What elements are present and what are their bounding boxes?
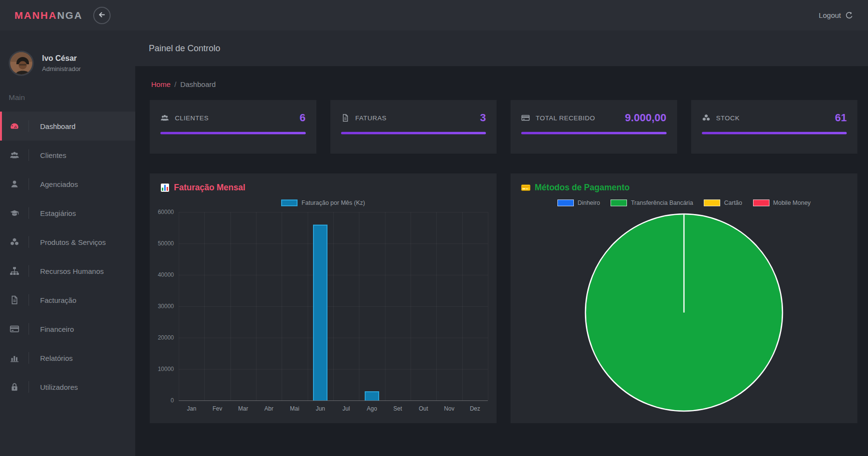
stat-value: 9.000,00 xyxy=(625,112,667,124)
accent-bar xyxy=(341,132,486,134)
breadcrumb-current: Dashboard xyxy=(180,80,215,88)
legend-label: Cartão xyxy=(724,200,742,206)
topbar: MANHANGA Logout xyxy=(0,0,868,30)
user-role: Administrador xyxy=(42,65,81,72)
sidebar-item-relatorios[interactable]: Relatórios xyxy=(0,343,135,372)
legend-item[interactable]: Faturação por Mês (Kz) xyxy=(281,200,365,206)
bar-chart-legend: Faturação por Mês (Kz) xyxy=(150,200,497,206)
grid-line-vertical xyxy=(462,212,463,400)
divider xyxy=(28,178,29,190)
sitemap-icon xyxy=(10,266,19,276)
breadcrumb-home-link[interactable]: Home xyxy=(151,80,171,88)
divider xyxy=(28,207,29,219)
legend-swatch xyxy=(611,200,627,206)
sidebar-item-label: Facturação xyxy=(40,296,76,304)
x-axis-tick-label: Nov xyxy=(436,405,462,412)
y-axis-tick-label: 0 xyxy=(171,397,174,404)
nav-section-label: Main xyxy=(0,76,135,102)
x-axis-tick-label: Set xyxy=(385,405,411,412)
pie-chart-header: Métodos de Pagamento xyxy=(521,183,629,193)
y-axis-tick-label: 10000 xyxy=(158,366,174,372)
grid-line-vertical xyxy=(230,212,231,400)
file-icon xyxy=(10,295,19,305)
legend-swatch xyxy=(753,200,769,206)
sidebar-item-estagiarios[interactable]: Estagiários xyxy=(0,199,135,228)
sidebar-nav: Dashboard Clientes Agenciados Estagiário… xyxy=(0,112,135,401)
divider xyxy=(28,294,29,306)
legend-label: Mobile Money xyxy=(773,200,811,206)
stat-value: 6 xyxy=(299,112,305,124)
sidebar-toggle-button[interactable] xyxy=(93,7,111,24)
accent-bar xyxy=(160,132,306,134)
grid-line-horizontal xyxy=(179,400,488,401)
breadcrumb-separator: / xyxy=(174,80,176,88)
divider xyxy=(28,381,29,393)
sidebar-item-facturacao[interactable]: Facturação xyxy=(0,285,135,314)
brand-primary: MANHA xyxy=(14,10,57,21)
bar-chart-title: Faturação Mensal xyxy=(174,183,245,193)
user-name: Ivo César xyxy=(42,54,81,63)
sidebar-item-clientes[interactable]: Clientes xyxy=(0,141,135,170)
grid-line-vertical xyxy=(308,212,308,400)
user-profile: Ivo César Administrador xyxy=(0,30,135,76)
charts-row: Faturação Mensal Faturação por Mês (Kz) … xyxy=(150,173,857,423)
back-arrow-icon xyxy=(98,11,106,20)
sidebar-item-agenciados[interactable]: Agenciados xyxy=(0,170,135,199)
sidebar-item-label: Produtos & Serviços xyxy=(40,238,106,246)
legend-swatch xyxy=(704,200,720,206)
pie-chart-panel: Métodos de Pagamento DinheiroTransferênc… xyxy=(511,173,857,423)
divider xyxy=(28,149,29,161)
grid-line-vertical xyxy=(333,212,334,400)
grid-line-vertical xyxy=(256,212,256,400)
logout-button[interactable]: Logout xyxy=(819,11,854,19)
page-title: Painel de Controlo xyxy=(149,43,220,54)
bar-chart-header: Faturação Mensal xyxy=(160,183,245,193)
stat-card-stock: STOCK 61 xyxy=(691,100,858,154)
sidebar-item-utilizadores[interactable]: Utilizadores xyxy=(0,372,135,401)
sidebar-item-label: Estagiários xyxy=(40,209,76,217)
content-area: Home/Dashboard CLIENTES 6 FATURAS 3 xyxy=(135,66,868,456)
grid-line-vertical xyxy=(411,212,411,400)
bar-chart-bar[interactable] xyxy=(313,225,327,400)
legend-item[interactable]: Cartão xyxy=(704,200,742,206)
logout-label: Logout xyxy=(819,11,841,19)
divider xyxy=(28,323,29,335)
grid-line-vertical xyxy=(179,212,179,400)
legend-item[interactable]: Transferência Bancária xyxy=(611,200,693,206)
pie-chart-title: Métodos de Pagamento xyxy=(535,183,629,193)
x-axis-tick-label: Jun xyxy=(308,405,333,412)
sidebar-item-label: Agenciados xyxy=(40,180,78,188)
x-axis-tick-label: Mar xyxy=(230,405,256,412)
logout-icon xyxy=(845,11,854,19)
y-axis-tick-label: 40000 xyxy=(158,271,174,278)
sidebar-item-financeiro[interactable]: Financeiro xyxy=(0,314,135,343)
stat-label: STOCK xyxy=(716,114,740,122)
credit-card-emoji-icon xyxy=(521,183,530,192)
stat-card-clientes: CLIENTES 6 xyxy=(150,100,316,154)
legend-swatch xyxy=(557,200,574,206)
sidebar-item-dashboard[interactable]: Dashboard xyxy=(0,112,135,141)
brand-secondary: NGA xyxy=(57,10,83,21)
legend-item[interactable]: Mobile Money xyxy=(753,200,811,206)
gauge-icon xyxy=(10,121,19,131)
legend-item[interactable]: Dinheiro xyxy=(557,200,600,206)
x-axis-tick-label: Dez xyxy=(462,405,488,412)
stat-label: TOTAL RECEBIDO xyxy=(536,114,595,122)
bar-chart-bar[interactable] xyxy=(365,391,379,401)
grid-line-vertical xyxy=(359,212,359,400)
x-axis-tick-label: Out xyxy=(411,405,436,412)
sidebar-item-produtos-servicos[interactable]: Produtos & Serviços xyxy=(0,228,135,256)
accent-bar xyxy=(702,132,847,134)
legend-label: Dinheiro xyxy=(578,200,600,206)
credit-card-icon xyxy=(521,114,530,122)
y-axis-tick-label: 20000 xyxy=(158,334,174,341)
divider xyxy=(28,265,29,277)
grid-line-vertical xyxy=(282,212,282,400)
stat-card-total-recebido: TOTAL RECEBIDO 9.000,00 xyxy=(511,100,677,154)
sidebar-item-recursos-humanos[interactable]: Recursos Humanos xyxy=(0,256,135,285)
x-axis-tick-label: Fev xyxy=(204,405,230,412)
grid-line-vertical xyxy=(436,212,437,400)
legend-swatch xyxy=(281,200,298,206)
bar-chart-emoji-icon xyxy=(160,183,170,192)
cubes-icon xyxy=(10,237,19,247)
